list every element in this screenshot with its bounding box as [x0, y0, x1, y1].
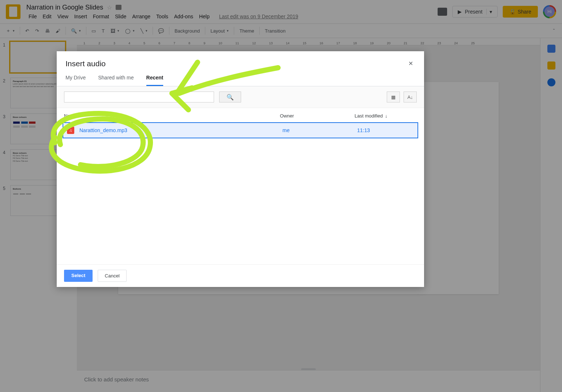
sort-button[interactable]: A↓ — [404, 92, 417, 102]
search-icon: 🔍 — [226, 94, 234, 101]
tab-my-drive[interactable]: My Drive — [65, 75, 86, 86]
cancel-button[interactable]: Cancel — [98, 270, 126, 282]
col-owner[interactable]: Owner — [280, 113, 355, 119]
col-name[interactable]: Name — [64, 113, 280, 119]
tab-shared-with-me[interactable]: Shared with me — [98, 75, 134, 86]
search-input[interactable] — [64, 92, 214, 102]
dialog-title: Insert audio — [65, 59, 106, 68]
audio-file-icon: ♫ — [67, 127, 74, 134]
insert-audio-dialog: Insert audio ✕ My Drive Shared with me R… — [57, 51, 424, 287]
file-owner: me — [282, 127, 357, 133]
tab-recent[interactable]: Recent — [146, 75, 164, 86]
search-button[interactable]: 🔍 — [219, 92, 241, 102]
file-name: Narattion_demo.mp3 — [79, 127, 282, 133]
grid-view-button[interactable]: ▦ — [387, 92, 400, 102]
file-modified: 11:13 — [357, 127, 415, 133]
dialog-tabs: My Drive Shared with me Recent — [57, 68, 424, 86]
sort-arrow-icon: ↓ — [385, 113, 387, 119]
file-row[interactable]: ♫ Narattion_demo.mp3 me 11:13 — [63, 122, 418, 138]
select-button[interactable]: Select — [64, 270, 93, 282]
close-icon[interactable]: ✕ — [406, 59, 415, 68]
col-modified[interactable]: Last modified ↓ — [355, 113, 417, 119]
table-header: Name Owner Last modified ↓ — [57, 108, 424, 122]
